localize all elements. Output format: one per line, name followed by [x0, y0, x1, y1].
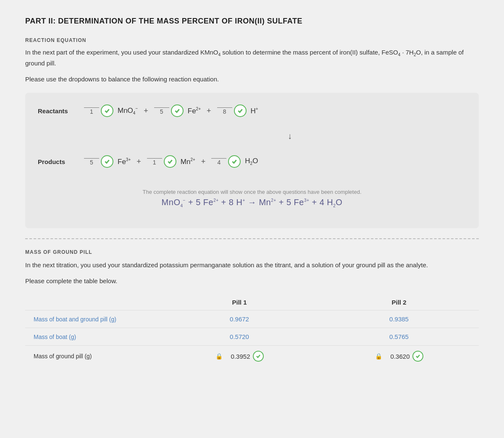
plus-3: + [135, 157, 143, 166]
table-row: Mass of boat and ground pill (g) 0.9672 … [25, 310, 479, 328]
coeff-fe3-value: 5 [90, 159, 93, 165]
coeff-group-h: 8 [217, 104, 247, 117]
mass-instruction-text: Please complete the table below. [25, 276, 479, 286]
mass-section-label: MASS OF GROUND PILL [25, 249, 479, 255]
pill1-lock-icon: 🔒 [215, 353, 223, 360]
reactants-row: Reactants 1 MnO4− + 5 Fe2+ + [38, 104, 466, 117]
mn2-formula: Mn2+ [181, 157, 195, 166]
coeff-h2o-value: 4 [217, 159, 220, 165]
pill2-boat-value: 0.5765 [319, 328, 479, 346]
coeff-fe2-selector: 5 [154, 107, 169, 115]
pill2-lock-icon: 🔒 [375, 353, 382, 360]
coeff-fe2-check[interactable] [171, 104, 184, 117]
coeff-mn2-selector: 1 [147, 158, 162, 165]
coeff-mno4-value: 1 [90, 109, 93, 115]
pill1-ground-cell: 🔒 0.3952 [160, 346, 319, 367]
fe3-formula: Fe3+ [118, 157, 131, 166]
section-divider [25, 238, 479, 239]
mass-intro-text: In the next titration, you used your sta… [25, 260, 479, 270]
coeff-h2o-check[interactable] [228, 155, 241, 168]
coeff-fe3-selector: 5 [84, 158, 99, 165]
pill2-ground-cell: 🔒 0.3620 [319, 346, 479, 367]
completion-note: The complete reaction equation will show… [38, 189, 466, 195]
reaction-section-label: REACTION EQUATION [25, 37, 479, 43]
full-equation: MnO4− + 5 Fe2+ + 8 H+ → Mn2+ + 5 Fe3+ + … [38, 198, 466, 208]
row-label-boat-ground: Mass of boat and ground pill (g) [25, 310, 160, 328]
products-row: Products 5 Fe3+ + 1 Mn2+ + [38, 155, 466, 168]
pill2-boat-ground-value: 0.9385 [319, 310, 479, 328]
mass-data-table: Pill 1 Pill 2 Mass of boat and ground pi… [25, 295, 479, 367]
coeff-mn2-value: 1 [153, 159, 156, 165]
coeff-fe2-value: 5 [160, 109, 163, 115]
pill2-ground-check[interactable] [412, 351, 423, 362]
col-header-pill1: Pill 1 [160, 295, 319, 310]
reactants-label: Reactants [38, 107, 80, 115]
plus-1: + [142, 107, 150, 115]
coeff-group-mno4: 1 [84, 104, 113, 117]
coeff-mno4-check[interactable] [101, 104, 113, 117]
plus-4: + [200, 157, 207, 166]
fe2-formula: Fe2+ [188, 107, 201, 115]
arrow-down-icon: ↓ [288, 130, 292, 143]
pill1-ground-value[interactable]: 0.3952 [225, 353, 250, 360]
page-title: PART II: DETERMINATION OF THE MASS PERCE… [25, 17, 479, 26]
col-header-empty [25, 295, 160, 310]
equation-box: Reactants 1 MnO4− + 5 Fe2+ + [25, 93, 479, 228]
coeff-group-fe2: 5 [154, 104, 184, 117]
coeff-group-mn2: 1 [147, 155, 176, 168]
coeff-mn2-check[interactable] [164, 155, 176, 168]
coeff-h-check[interactable] [234, 104, 247, 117]
table-header-row: Pill 1 Pill 2 [25, 295, 479, 310]
table-row: Mass of ground pill (g) 🔒 0.3952 🔒 0.362… [25, 346, 479, 367]
h-formula: H+ [251, 107, 258, 115]
h2o-formula: H2O [245, 157, 258, 166]
row-label-boat: Mass of boat (g) [25, 328, 160, 346]
col-header-pill2: Pill 2 [319, 295, 479, 310]
coeff-mno4-selector: 1 [84, 107, 99, 115]
coeff-h-selector: 8 [217, 107, 232, 115]
pill1-boat-value: 0.5720 [160, 328, 319, 346]
reaction-intro-text: In the next part of the experiment, you … [25, 47, 479, 68]
mno4-formula: MnO4− [118, 106, 138, 115]
products-label: Products [38, 158, 80, 165]
pill2-ground-input-group: 🔒 0.3620 [328, 351, 470, 362]
table-row: Mass of boat (g) 0.5720 0.5765 [25, 328, 479, 346]
reaction-instruction-text: Please use the dropdowns to balance the … [25, 74, 479, 84]
coeff-fe3-check[interactable] [101, 155, 113, 168]
coeff-h-value: 8 [223, 109, 226, 115]
coeff-group-h2o: 4 [211, 155, 241, 168]
completion-section: The complete reaction equation will show… [38, 180, 466, 216]
mass-table-section: Pill 1 Pill 2 Mass of boat and ground pi… [25, 295, 479, 367]
plus-2: + [205, 107, 213, 115]
pill1-ground-input-group: 🔒 0.3952 [168, 351, 311, 362]
pill1-boat-ground-value: 0.9672 [160, 310, 319, 328]
arrow-row: ↓ [38, 130, 466, 143]
pill1-ground-check[interactable] [253, 351, 264, 362]
coeff-h2o-selector: 4 [211, 158, 226, 165]
row-label-ground-pill: Mass of ground pill (g) [25, 346, 160, 367]
pill2-ground-value[interactable]: 0.3620 [385, 353, 410, 360]
coeff-group-fe3: 5 [84, 155, 113, 168]
